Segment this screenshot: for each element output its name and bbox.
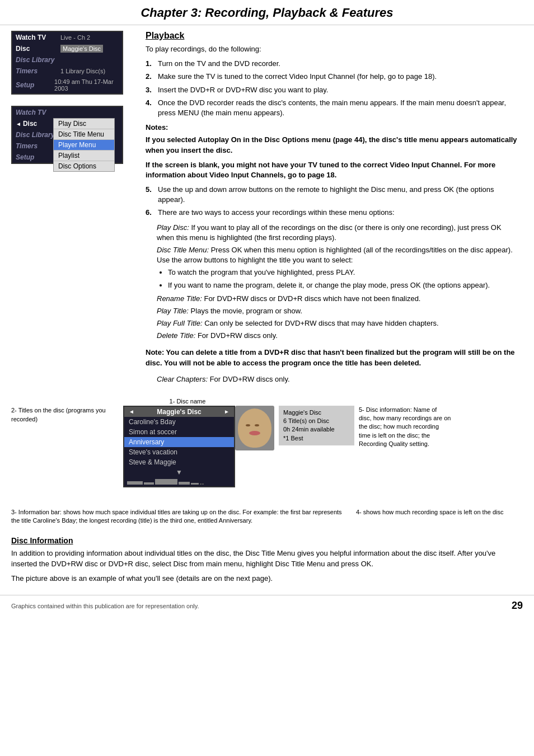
left-column: Watch TV Live - Ch 2 Disc Maggie's Disc … (11, 31, 134, 387)
page-title: Chapter 3: Recording, Playback & Feature… (11, 6, 523, 20)
menu-item-setup[interactable]: Setup 10:49 am Thu 17-Mar 2003 (12, 77, 122, 93)
play-title-label: Play Title: (157, 307, 189, 315)
rename-title-label: Rename Title: (157, 294, 202, 303)
disc-info-text2: The picture above is an example of what … (11, 574, 523, 584)
timers-label: Timers (16, 67, 60, 75)
dt-title-carolines[interactable]: Caroline's Bday (124, 417, 234, 427)
pbar-remaining (200, 483, 231, 485)
step-5: 5. Use the up and down arrow buttons on … (146, 185, 517, 205)
playback-intro: To play recordings, do the following: (146, 44, 517, 54)
disc-info-name: Maggie's Disc (283, 408, 350, 417)
sm-watch-tv[interactable]: Watch TV (12, 107, 122, 118)
thumbnail-face (238, 408, 271, 448)
menu-item-disc-library[interactable]: Disc Library (12, 54, 122, 65)
clear-chapters-text: For DVD+RW discs only. (210, 375, 290, 383)
step-6: 6. There are two ways to access your rec… (146, 208, 517, 218)
pbar-anniversary (155, 479, 177, 485)
sub-play-disc[interactable]: Play Disc (54, 119, 114, 129)
play-disc-option: Play Disc: If you want to play all of th… (157, 223, 517, 243)
playback-title: Playback (146, 31, 517, 41)
dt-arrow-right-icon: ► (224, 408, 229, 415)
pbar-simon (144, 482, 154, 485)
sub-playlist[interactable]: Playlist (54, 151, 114, 161)
disc-value: Maggie's Disc (60, 45, 103, 53)
pbar-tick-1 (200, 483, 202, 485)
disc-lib-label: Disc Library (16, 56, 60, 64)
watch-tv-value: Live - Ch 2 (60, 34, 90, 41)
disc-info-title: Disc Information (11, 536, 523, 545)
pbar-steve-maggie (191, 483, 199, 485)
pbar-steves-vacation (179, 482, 190, 485)
main-content: Watch TV Live - Ch 2 Disc Maggie's Disc … (0, 25, 534, 392)
bullet-2: If you want to name the program, delete … (168, 280, 517, 290)
pbar-tick-2 (202, 483, 204, 485)
disc-title-menu-text: Press OK when this menu option is highli… (157, 246, 513, 264)
disc-submenu-box: Watch TV ◄ Disc Play Disc Disc Title Men… (11, 106, 123, 164)
play-disc-text: If you want to play all of the recording… (157, 223, 502, 242)
note-bold-box: Note: You can delete a title from a DVD+… (146, 347, 517, 369)
pbar-carolines (127, 481, 143, 485)
playback-steps: 1. Turn on the TV and the DVD recorder. … (146, 59, 517, 118)
play-full-title-label: Play Full Title: (157, 319, 203, 327)
delete-title-label: Delete Title: (157, 331, 195, 340)
note2: If the screen is blank, you might not ha… (146, 160, 517, 180)
disc-info-titles: 6 Title(s) on Disc (283, 417, 350, 425)
notes-label: Notes: (146, 123, 517, 133)
bottom-captions: 3- Information bar: shows how much space… (11, 508, 523, 525)
diagram-body: 2- Titles on the disc (programs you reco… (11, 406, 523, 503)
disc-diagram-section: 1- Disc name 2- Titles on the disc (prog… (11, 398, 523, 503)
menu-item-timers[interactable]: Timers 1 Library Disc(s) (12, 65, 122, 77)
rename-title-text: For DVD+RW discs or DVD+R discs which ha… (204, 294, 420, 303)
dt-scroll-arrow[interactable]: ▼ (124, 467, 234, 477)
sub-disc-options[interactable]: Disc Options (54, 161, 114, 171)
disc-title-menu-display: ◄ Maggie's Disc ► Caroline's Bday Simon … (123, 406, 235, 487)
play-full-title-option: Play Full Title: Can only be selected fo… (157, 318, 517, 328)
play-title-option: Play Title: Plays the movie, program or … (157, 306, 517, 316)
dt-header-row: ◄ Maggie's Disc ► (124, 407, 234, 417)
menu-item-watch-tv[interactable]: Watch TV Live - Ch 2 (12, 32, 122, 43)
note1: If you selected Autoplay On in the Disc … (146, 135, 517, 155)
disc-label: Disc (16, 45, 60, 53)
label2-container: 2- Titles on the disc (programs you reco… (11, 406, 118, 424)
disc-info-text1: In addition to providing information abo… (11, 548, 523, 569)
disc-name-label: 1- Disc name (132, 398, 243, 405)
footer-text: Graphics contained within this publicati… (11, 603, 199, 609)
setup-value: 10:49 am Thu 17-Mar 2003 (54, 78, 119, 92)
delete-title-option: Delete Title: For DVD+RW discs only. (157, 331, 517, 341)
setup-label: Setup (16, 81, 54, 89)
play-full-title-text: Can only be selected for DVD+RW discs th… (204, 319, 439, 327)
main-menu-box: Watch TV Live - Ch 2 Disc Maggie's Disc … (11, 31, 123, 95)
disc-info-box: Maggie's Disc 6 Title(s) on Disc 0h 24mi… (279, 406, 354, 446)
play-disc-title: Play Disc: (157, 223, 189, 232)
page-number: 29 (512, 600, 523, 612)
step-4: 4. Once the DVD recorder reads the disc'… (146, 98, 517, 118)
caption-4: 4- shows how much recording space is lef… (356, 508, 523, 525)
right-column: Playback To play recordings, do the foll… (146, 31, 523, 387)
clear-chapters-label: Clear Chapters: (157, 375, 208, 383)
playback-steps-56: 5. Use the up and down arrow buttons on … (146, 185, 517, 218)
bullet-list: To watch the program that you've highlig… (168, 267, 517, 290)
step-2: 2. Make sure the TV is tuned to the corr… (146, 72, 517, 82)
disc-info-time: 0h 24min available (283, 425, 350, 434)
disc-thumbnail (235, 406, 274, 450)
disc-title-menu-option: Disc Title Menu: Press OK when this menu… (157, 245, 517, 265)
menu-item-disc[interactable]: Disc Maggie's Disc (12, 43, 122, 54)
step-1: 1. Turn on the TV and the DVD recorder. (146, 59, 517, 69)
diagram-left-labels: 2- Titles on the disc (programs you reco… (11, 406, 123, 503)
sub-disc-title-menu[interactable]: Disc Title Menu (54, 129, 114, 140)
diagram-center: ◄ Maggie's Disc ► Caroline's Bday Simon … (123, 406, 235, 487)
dt-title-steve-maggie[interactable]: Steve & Maggie (124, 457, 234, 467)
page-header: Chapter 3: Recording, Playback & Feature… (0, 0, 534, 25)
clear-chapters-option: Clear Chapters: For DVD+RW discs only. (157, 374, 517, 384)
timers-value: 1 Library Disc(s) (60, 68, 105, 74)
disc-title-menu-title: Disc Title Menu: (157, 246, 209, 254)
progress-bars (124, 477, 234, 486)
dt-title-simon[interactable]: Simon at soccer (124, 427, 234, 437)
dt-title-steves-vacation[interactable]: Steve's vacation (124, 447, 234, 457)
dt-arrow-left-icon: ◄ (129, 408, 134, 415)
sm-disc[interactable]: ◄ Disc Play Disc Disc Title Menu Player … (12, 118, 122, 129)
diagram-right: Maggie's Disc 6 Title(s) on Disc 0h 24mi… (235, 406, 451, 450)
sub-player-menu[interactable]: Player Menu (54, 140, 114, 151)
dt-title-anniversary[interactable]: Anniversary (124, 437, 234, 447)
disc-submenu-area: Watch TV ◄ Disc Play Disc Disc Title Men… (11, 106, 134, 175)
